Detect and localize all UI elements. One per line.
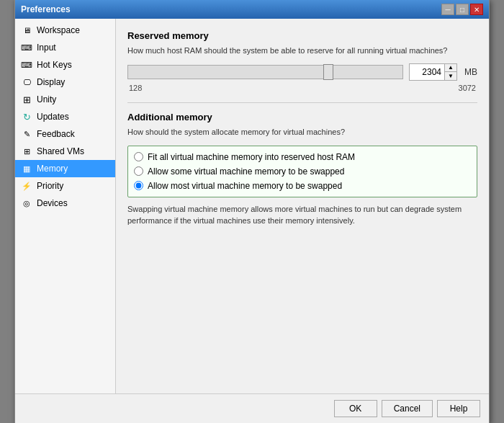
reserved-memory-section: Reserved memory How much host RAM should… bbox=[127, 30, 477, 92]
sidebar-item-memory[interactable]: Memory bbox=[15, 160, 115, 177]
main-panel: Reserved memory How much host RAM should… bbox=[116, 19, 489, 393]
unity-icon bbox=[21, 94, 32, 105]
sidebar-label-hotkeys: Hot Keys bbox=[37, 60, 72, 70]
sidebar-label-unity: Unity bbox=[37, 94, 56, 104]
title-bar-controls: ─ □ ✕ bbox=[441, 4, 483, 15]
sidebar-item-hotkeys[interactable]: Hot Keys bbox=[15, 56, 115, 74]
hotkeys-icon bbox=[21, 59, 32, 71]
sidebar-item-sharedvms[interactable]: Shared VMs bbox=[15, 143, 115, 160]
help-button[interactable]: Help bbox=[437, 400, 480, 417]
additional-memory-section: Additional memory How should the system … bbox=[127, 112, 477, 226]
sidebar-item-unity[interactable]: Unity bbox=[15, 91, 115, 108]
reserved-memory-desc: How much host RAM should the system be a… bbox=[127, 45, 477, 56]
additional-memory-title: Additional memory bbox=[127, 112, 477, 123]
additional-memory-desc: How should the system allocate memory fo… bbox=[127, 127, 477, 138]
radio-item-some[interactable]: Allow some virtual machine memory to be … bbox=[134, 166, 471, 177]
ok-button[interactable]: OK bbox=[334, 400, 377, 417]
mb-label: MB bbox=[464, 67, 477, 77]
spin-buttons: ▲ ▼ bbox=[444, 64, 456, 80]
radio-fit[interactable] bbox=[134, 152, 143, 161]
radio-item-fit[interactable]: Fit all virtual machine memory into rese… bbox=[134, 152, 471, 162]
spin-down-button[interactable]: ▼ bbox=[445, 72, 456, 80]
slider-min-label: 128 bbox=[129, 84, 142, 92]
swap-note: Swapping virtual machine memory allows m… bbox=[127, 203, 477, 227]
radio-label-most: Allow most virtual machine memory to be … bbox=[148, 181, 342, 191]
slider-range: 128 3072 bbox=[127, 84, 477, 92]
sidebar-label-feedback: Feedback bbox=[37, 129, 75, 139]
sidebar-item-feedback[interactable]: Feedback bbox=[15, 125, 115, 143]
sidebar-item-devices[interactable]: Devices bbox=[15, 195, 115, 212]
sidebar-label-devices: Devices bbox=[37, 198, 68, 208]
sidebar-item-updates[interactable]: Updates bbox=[15, 108, 115, 125]
reserved-memory-title: Reserved memory bbox=[127, 30, 477, 41]
window-title: Preferences bbox=[21, 4, 71, 14]
minimize-button[interactable]: ─ bbox=[441, 4, 454, 15]
title-bar: Preferences ─ □ ✕ bbox=[15, 0, 489, 19]
sidebar-item-input[interactable]: Input bbox=[15, 39, 115, 56]
priority-icon bbox=[21, 180, 32, 192]
slider-max-label: 3072 bbox=[459, 84, 476, 92]
slider-container: ▲ ▼ MB bbox=[127, 63, 477, 81]
close-button[interactable]: ✕ bbox=[470, 4, 483, 15]
radio-most[interactable] bbox=[134, 181, 143, 190]
sidebar: Workspace Input Hot Keys Display Unity U… bbox=[15, 19, 116, 393]
sidebar-label-updates: Updates bbox=[37, 112, 69, 122]
sidebar-label-memory: Memory bbox=[37, 164, 68, 174]
preferences-window: Preferences ─ □ ✕ Workspace Input Hot Ke… bbox=[14, 0, 490, 423]
main-content: Workspace Input Hot Keys Display Unity U… bbox=[15, 19, 489, 393]
sidebar-label-workspace: Workspace bbox=[37, 25, 80, 35]
sidebar-item-priority[interactable]: Priority bbox=[15, 177, 115, 195]
section-separator bbox=[127, 102, 477, 103]
updates-icon bbox=[21, 111, 32, 123]
sidebar-label-input: Input bbox=[37, 43, 56, 53]
sidebar-item-display[interactable]: Display bbox=[15, 74, 115, 91]
input-icon bbox=[21, 42, 32, 53]
memory-spin-input[interactable] bbox=[410, 66, 444, 79]
radio-label-some: Allow some virtual machine memory to be … bbox=[148, 166, 344, 177]
display-icon bbox=[21, 76, 32, 88]
sidebar-label-sharedvms: Shared VMs bbox=[37, 146, 84, 156]
radio-label-fit: Fit all virtual machine memory into rese… bbox=[148, 152, 355, 162]
sidebar-label-display: Display bbox=[37, 77, 65, 87]
sidebar-label-priority: Priority bbox=[37, 181, 63, 191]
memory-icon bbox=[21, 163, 32, 174]
sidebar-item-workspace[interactable]: Workspace bbox=[15, 22, 115, 39]
workspace-icon bbox=[21, 25, 32, 36]
radio-some[interactable] bbox=[134, 166, 143, 176]
sharedvms-icon bbox=[21, 146, 32, 157]
feedback-icon bbox=[21, 128, 32, 140]
cancel-button[interactable]: Cancel bbox=[382, 400, 433, 417]
devices-icon bbox=[21, 197, 32, 209]
radio-item-most[interactable]: Allow most virtual machine memory to be … bbox=[134, 181, 471, 191]
maximize-button[interactable]: □ bbox=[456, 4, 469, 15]
memory-slider[interactable] bbox=[127, 65, 403, 79]
footer: OK Cancel Help bbox=[15, 393, 489, 423]
spin-up-button[interactable]: ▲ bbox=[445, 64, 456, 72]
radio-group: Fit all virtual machine memory into rese… bbox=[127, 146, 477, 197]
spin-input-wrapper: ▲ ▼ bbox=[409, 63, 457, 81]
